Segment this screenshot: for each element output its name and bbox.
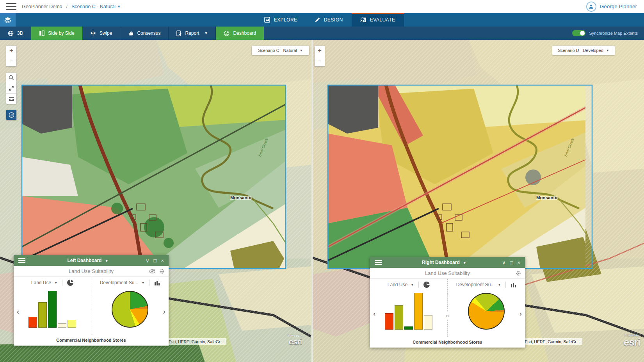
prev-chart-chevron[interactable]: ‹	[373, 309, 375, 318]
maximize-icon[interactable]: □	[154, 258, 157, 264]
right-dashboard-header: Right Dashboard ▼ ∨ □ ×	[370, 257, 525, 268]
dashboard-title-dropdown[interactable]: Right Dashboard ▼	[386, 260, 502, 265]
close-icon[interactable]: ×	[161, 258, 164, 264]
dashboard-toggle-button[interactable]	[6, 110, 16, 120]
user-name: George Planner	[600, 4, 637, 9]
layers-button[interactable]	[0, 13, 16, 27]
selection-extent[interactable]	[328, 85, 592, 269]
chevron-down-icon[interactable]: ▼	[117, 5, 121, 9]
button-label: Dashboard	[233, 30, 256, 36]
main-menu-icon[interactable]	[6, 3, 16, 10]
dashboard-title-dropdown[interactable]: Left Dashboard ▼	[30, 258, 146, 263]
measure-button[interactable]	[6, 93, 16, 104]
button-label: Report	[185, 30, 199, 36]
development-suitability-pie-chart[interactable]	[112, 291, 148, 328]
zoom-out-button[interactable]: −	[315, 56, 325, 66]
swipe-button[interactable]: Swipe	[82, 27, 121, 40]
chart-selector-label[interactable]: Development Su...	[456, 282, 495, 287]
map-compare-area: Seal Creek Monsanto + −	[0, 40, 644, 362]
layers-icon	[4, 17, 11, 23]
sync-extents-control: Synchronize Map Extents	[572, 27, 644, 40]
user-avatar-icon	[586, 2, 596, 12]
button-label: 3D	[17, 30, 23, 36]
dashboard-button[interactable]: Dashboard	[216, 27, 264, 40]
breadcrumb-scenario-link[interactable]: Scenario C - Natural	[71, 4, 116, 9]
close-icon[interactable]: ×	[517, 260, 520, 266]
land-use-bar-chart[interactable]	[385, 293, 432, 330]
tab-evaluate[interactable]: EVALUATE	[352, 13, 404, 27]
zoom-in-button[interactable]: +	[315, 46, 325, 56]
chart-selector-label[interactable]: Land Use	[388, 282, 407, 287]
tab-design[interactable]: DESIGN	[306, 13, 352, 27]
tab-label: DESIGN	[324, 17, 343, 23]
maximize-icon[interactable]: □	[510, 260, 513, 266]
search-icon	[9, 75, 14, 80]
chevron-down-icon: ▼	[463, 261, 466, 265]
search-button[interactable]	[6, 73, 16, 83]
selected-scenario: Scenario C - Natural	[258, 48, 297, 53]
breadcrumb-separator: /	[66, 4, 68, 9]
collapse-icon[interactable]: ∨	[502, 260, 506, 266]
zoom-in-button[interactable]: +	[6, 46, 16, 56]
window-controls: ∨ □ ×	[146, 258, 164, 264]
right-scenario-selector[interactable]: Scenario D - Developed ▼	[552, 46, 615, 55]
tab-explore[interactable]: EXPLORE	[256, 13, 306, 27]
selection-extent[interactable]	[22, 85, 286, 269]
dashboard-title: Right Dashboard	[422, 260, 460, 265]
sync-extents-toggle[interactable]	[572, 30, 585, 36]
globe-icon	[8, 30, 14, 36]
3d-button[interactable]: 3D	[0, 27, 31, 40]
full-extent-button[interactable]	[6, 83, 16, 93]
dashboard-gauge-icon	[224, 30, 229, 36]
collapse-icon[interactable]: ∨	[146, 258, 149, 264]
next-chart-chevron[interactable]: ›	[519, 309, 522, 318]
prev-chart-chevron[interactable]: ‹	[17, 307, 19, 316]
left-dashboard-header: Left Dashboard ▼ ∨ □ ×	[14, 255, 169, 266]
land-use-bar-chart[interactable]	[28, 291, 76, 328]
measure-ruler-icon	[9, 96, 14, 102]
chevron-down-icon[interactable]: ▼	[141, 281, 144, 285]
window-controls: ∨ □ ×	[502, 260, 520, 266]
workflow-tabs: EXPLORE DESIGN EVALUATE	[256, 13, 404, 27]
dashboard-charts: ‹ Land Use ▼ Development Su...	[370, 279, 525, 337]
dashboard-menu-icon[interactable]	[375, 260, 382, 265]
collapse-divider-chevron[interactable]: «	[445, 312, 450, 319]
side-by-side-button[interactable]: Side by Side	[31, 27, 82, 40]
pie-chart-type-icon[interactable]	[423, 282, 430, 288]
chevron-down-icon: ▼	[105, 259, 109, 263]
dashboard-charts: ‹ Land Use ▼ Development Su...	[14, 277, 169, 335]
gear-icon[interactable]	[159, 269, 165, 274]
zoom-out-button[interactable]: −	[6, 56, 16, 66]
dashboard-menu-icon[interactable]	[18, 258, 25, 263]
land-use-widget: Land Use ▼	[14, 277, 91, 335]
visibility-off-icon[interactable]	[149, 269, 155, 274]
chart-selector-label[interactable]: Development Su...	[100, 280, 139, 285]
explore-icon	[264, 17, 270, 23]
slide-label: Commercial Neighborhood Stores	[14, 335, 169, 346]
chevron-down-icon[interactable]: ▼	[498, 283, 501, 287]
report-button[interactable]: Report ▼	[169, 27, 216, 40]
widget-title: Land Use Suitability	[14, 268, 169, 274]
development-suitability-widget: Development Su... ▼	[447, 279, 525, 337]
chevron-down-icon: ▼	[606, 49, 609, 52]
user-menu[interactable]: George Planner	[586, 2, 637, 12]
right-dashboard-panel: Right Dashboard ▼ ∨ □ × Land Use Suitabi…	[370, 257, 525, 348]
zoom-control: + −	[315, 46, 325, 66]
bar-chart-type-icon[interactable]	[154, 280, 160, 285]
place-label: Monsanto	[536, 195, 557, 200]
chevron-down-icon[interactable]: ▼	[411, 283, 414, 287]
gear-icon[interactable]	[516, 271, 521, 276]
bar-chart-type-icon[interactable]	[511, 282, 516, 287]
consensus-button[interactable]: Consensus	[120, 27, 169, 40]
geoplanner-app: GeoPlanner Demo / Scenario C - Natural ▼…	[0, 0, 644, 362]
development-suitability-pie-chart[interactable]	[468, 293, 505, 330]
development-suitability-widget: Development Su... ▼	[91, 277, 169, 335]
chart-selector-label[interactable]: Land Use	[31, 280, 51, 285]
pie-chart-type-icon[interactable]	[67, 280, 73, 286]
expand-arrows-icon	[9, 86, 14, 91]
left-scenario-selector[interactable]: Scenario C - Natural ▼	[252, 46, 309, 55]
next-chart-chevron[interactable]: ›	[163, 307, 165, 316]
chevron-down-icon[interactable]: ▼	[54, 281, 57, 285]
button-label: Consensus	[137, 30, 160, 36]
report-document-icon	[176, 30, 181, 36]
